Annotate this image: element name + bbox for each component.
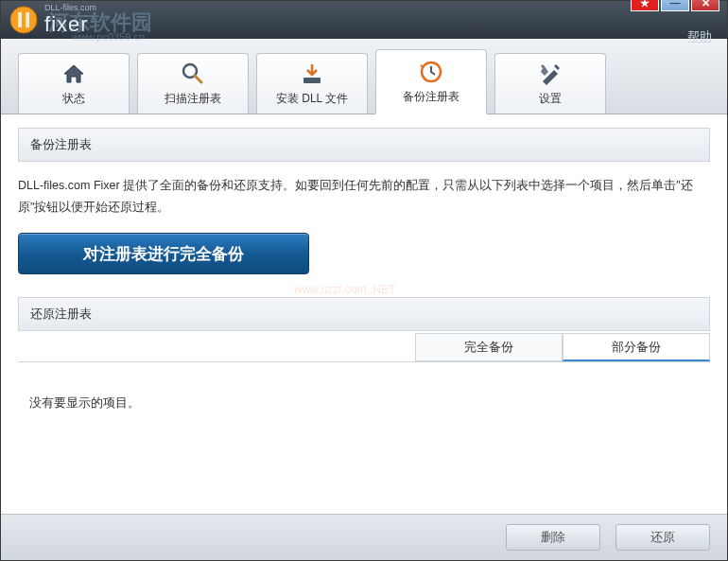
svg-rect-3 [303, 78, 321, 83]
tab-settings[interactable]: 设置 [494, 53, 606, 114]
main-tabs: 状态 扫描注册表 安装 DLL 文件 备份注册表 设置 [1, 39, 727, 114]
restore-button[interactable]: 还原 [615, 524, 710, 551]
logo-area: DLL-files.com fixer [9, 3, 96, 37]
delete-button[interactable]: 删除 [506, 524, 600, 551]
restore-sub-tabs: 完全备份 部分备份 [18, 333, 710, 361]
empty-list-message: 没有要显示的项目。 [29, 395, 140, 410]
language-flag-button[interactable]: ★ [631, 0, 659, 11]
subtab-full-backup[interactable]: 完全备份 [415, 333, 563, 361]
backup-description: DLL-files.com Fixer 提供了全面的备份和还原支持。如要回到任何… [18, 162, 710, 233]
backup-section-title: 备份注册表 [18, 128, 710, 162]
titlebar: DLL-files.com fixer 河东软件园 www.pc0359.cn … [1, 1, 727, 39]
subtab-partial-backup[interactable]: 部分备份 [563, 333, 710, 361]
brand-small: DLL-files.com [44, 3, 96, 12]
tab-label: 安装 DLL 文件 [276, 91, 348, 107]
minimize-button[interactable]: — [661, 0, 689, 11]
app-logo-icon [9, 5, 39, 35]
watermark-center: www.uzzf.com .NET [294, 283, 395, 296]
svg-line-2 [195, 76, 201, 82]
tab-label: 状态 [62, 91, 85, 107]
tab-backup-registry[interactable]: 备份注册表 [375, 49, 487, 114]
tools-icon [537, 61, 563, 87]
svg-point-0 [10, 7, 37, 33]
app-window: DLL-files.com fixer 河东软件园 www.pc0359.cn … [0, 0, 728, 561]
help-link[interactable]: 帮助 [687, 28, 712, 45]
download-icon [299, 61, 325, 87]
bottom-toolbar: 删除 还原 [1, 514, 727, 560]
restore-section: 还原注册表 完全备份 部分备份 没有要显示的项目。 [18, 297, 710, 444]
tab-label: 备份注册表 [403, 89, 459, 105]
home-icon [61, 61, 87, 87]
tab-label: 设置 [539, 91, 562, 107]
tab-install-dll[interactable]: 安装 DLL 文件 [256, 53, 368, 114]
full-backup-button[interactable]: 对注册表进行完全备份 [18, 233, 309, 274]
tab-label: 扫描注册表 [165, 91, 221, 107]
tab-scan-registry[interactable]: 扫描注册表 [137, 53, 249, 114]
magnifier-icon [180, 61, 206, 87]
clock-restore-icon [418, 59, 444, 85]
window-controls: ★ — ✕ 帮助 [631, 0, 719, 45]
restore-section-title: 还原注册表 [18, 297, 710, 331]
backup-list: 没有要显示的项目。 [18, 361, 710, 444]
content-area: 备份注册表 DLL-files.com Fixer 提供了全面的备份和还原支持。… [1, 114, 727, 514]
tab-status[interactable]: 状态 [18, 53, 130, 114]
brand-text: fixer [44, 12, 96, 37]
close-button[interactable]: ✕ [691, 0, 719, 11]
